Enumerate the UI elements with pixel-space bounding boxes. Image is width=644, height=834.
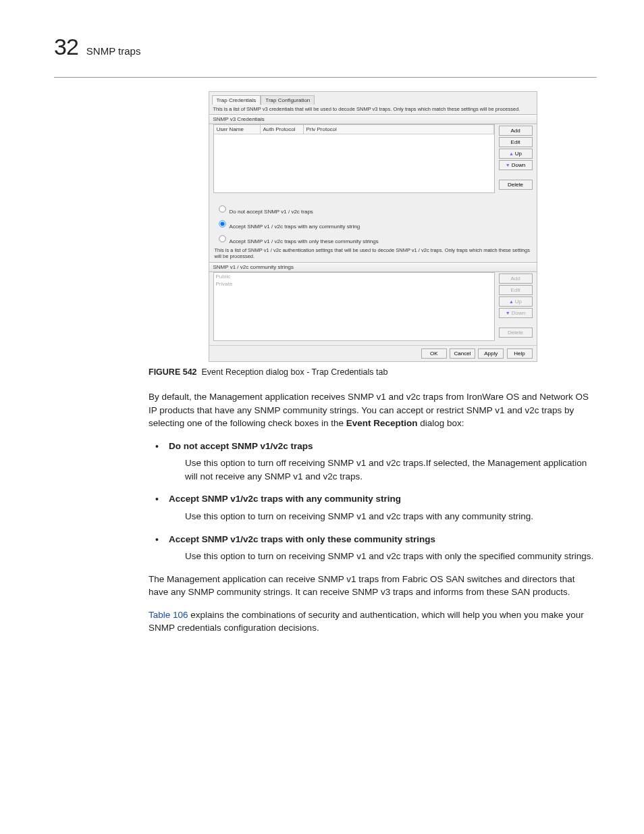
radio-do-not-accept[interactable]: Do not accept SNMP v1 / v2c traps: [215, 203, 531, 215]
radio-label-1: Do not accept SNMP v1 / v2c traps: [230, 209, 313, 215]
ok-button[interactable]: OK: [421, 348, 447, 359]
list-item[interactable]: Private: [214, 280, 494, 288]
header-rule: [54, 76, 597, 78]
triangle-up-icon: ▲: [509, 151, 514, 156]
options-list: Do not accept SNMP v1/v2c traps Use this…: [155, 440, 597, 563]
v1v2c-description: This is a list of SNMP v1 / v2c authenti…: [215, 247, 531, 259]
para1-part-c: dialog box:: [417, 418, 464, 428]
chapter-number: 32: [54, 34, 78, 60]
apply-button[interactable]: Apply: [478, 348, 504, 359]
v3-credentials-table[interactable]: User Name Auth Protocol Priv Protocol: [213, 124, 495, 193]
col-user-name[interactable]: User Name: [214, 125, 261, 134]
radio-label-3: Accept SNMP v1 / v2c traps with only the…: [230, 238, 379, 244]
option-desc: Use this option to turn on receiving SNM…: [185, 510, 597, 523]
running-title: SNMP traps: [86, 45, 141, 57]
v3-description: This is a list of SNMP v3 credentials th…: [209, 104, 537, 114]
list-item: Accept SNMP v1/v2c traps with any commun…: [155, 492, 597, 523]
triangle-down-icon: ▼: [506, 311, 510, 315]
option-desc: Use this option to turn on receiving SNM…: [185, 550, 597, 563]
up-label: Up: [515, 151, 522, 157]
table-106-link[interactable]: Table 106: [149, 610, 188, 620]
option-name: Do not accept SNMP v1/v2c traps: [169, 440, 597, 453]
v3-section-label: SNMP v3 Credentials: [209, 114, 537, 124]
community-strings-list[interactable]: Public Private: [213, 272, 495, 341]
accept-options-group: Do not accept SNMP v1 / v2c traps Accept…: [209, 197, 537, 262]
delete-button[interactable]: Delete: [499, 180, 533, 190]
radio-accept-any[interactable]: Accept SNMP v1 / v2c traps with any comm…: [215, 217, 531, 230]
down-button[interactable]: ▼Down: [499, 160, 533, 170]
figure-title: Event Reception dialog box - Trap Creden…: [202, 367, 388, 377]
help-button[interactable]: Help: [507, 348, 533, 359]
delete-button-2: Delete: [499, 328, 533, 338]
col-priv-protocol[interactable]: Priv Protocol: [303, 125, 493, 134]
triangle-up-icon: ▲: [509, 299, 514, 304]
cancel-button[interactable]: Cancel: [450, 348, 475, 359]
para3-rest: explains the combinations of security an…: [149, 610, 584, 633]
list-item: Do not accept SNMP v1/v2c traps Use this…: [155, 440, 597, 484]
tab-bar: Trap CredentialsTrap Configuration: [209, 92, 537, 104]
figure-caption: FIGURE 542 Event Reception dialog box - …: [149, 367, 597, 377]
event-reception-dialog: Trap CredentialsTrap Configuration This …: [209, 91, 537, 362]
v3-button-column: Add Edit ▲Up ▼Down Delete: [499, 124, 533, 193]
dialog-footer-buttons: OK Cancel Apply Help: [209, 345, 537, 361]
col-auth-protocol[interactable]: Auth Protocol: [260, 125, 303, 134]
edit-button-2: Edit: [499, 285, 533, 295]
edit-button[interactable]: Edit: [499, 137, 533, 147]
v1v2c-button-column: Add Edit ▲Up ▼Down Delete: [499, 272, 533, 341]
up-button[interactable]: ▲Up: [499, 149, 533, 159]
radio-label-2: Accept SNMP v1 / v2c traps with any comm…: [230, 224, 360, 230]
down-label: Down: [512, 162, 525, 168]
list-item: Accept SNMP v1/v2c traps with only these…: [155, 533, 597, 563]
option-name: Accept SNMP v1/v2c traps with only these…: [169, 533, 597, 546]
add-button-2: Add: [499, 273, 533, 284]
figure-label: FIGURE 542: [149, 367, 197, 377]
radio-accept-only[interactable]: Accept SNMP v1 / v2c traps with only the…: [215, 232, 531, 244]
running-header: 32 SNMP traps: [54, 34, 597, 60]
paragraph-3: Table 106 explains the combinations of s…: [149, 608, 597, 635]
list-item[interactable]: Public: [214, 273, 494, 280]
down-button-2: ▼Down: [499, 308, 533, 318]
intro-paragraph: By default, the Management application r…: [149, 390, 597, 430]
up-label-2: Up: [515, 298, 522, 305]
down-label-2: Down: [512, 310, 525, 316]
tab-trap-credentials[interactable]: Trap Credentials: [212, 95, 261, 105]
option-name: Accept SNMP v1/v2c traps with any commun…: [169, 492, 597, 506]
up-button-2: ▲Up: [499, 296, 533, 307]
triangle-down-icon: ▼: [506, 163, 510, 167]
tab-trap-configuration[interactable]: Trap Configuration: [261, 95, 315, 105]
v1v2c-section-label: SNMP v1 / v2c community strings: [209, 262, 537, 272]
para1-bold: Event Reception: [346, 418, 418, 428]
paragraph-2: The Management application can receive S…: [149, 573, 597, 599]
option-desc: Use this option to turn off receiving SN…: [185, 457, 597, 483]
add-button[interactable]: Add: [499, 126, 533, 136]
